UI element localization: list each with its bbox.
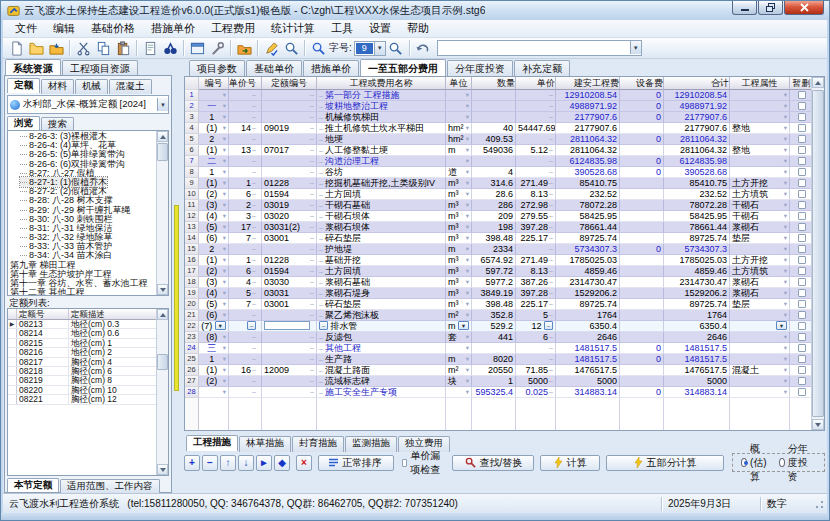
quota-library-select[interactable]: 水利部_水保-概算定额 [2024] ▼ [7, 95, 169, 114]
cell-total[interactable]: 58425.95 [664, 211, 730, 222]
chevron-down-icon[interactable]: ▼ [157, 98, 168, 111]
checkbox-icon[interactable] [798, 388, 806, 396]
cell-total[interactable]: 2811064.32 [664, 145, 730, 156]
cell-code[interactable] [199, 90, 229, 101]
cell-delete-flag[interactable] [790, 134, 811, 145]
cell-unit-price[interactable]: 225.17 [516, 233, 556, 244]
cell-price-no[interactable]: 6 [229, 189, 262, 200]
cell-code[interactable]: (2) [199, 266, 229, 277]
cell-name[interactable]: 浆砌石坝体 [317, 222, 446, 233]
delete-row-button[interactable]: − [202, 455, 218, 471]
cell-equipment-cost[interactable] [620, 365, 664, 376]
cell-quota-code[interactable]: 01228 [262, 255, 317, 266]
cell-code[interactable]: (1) [199, 255, 229, 266]
cell-quantity[interactable]: 352.8 [472, 310, 516, 321]
cell-delete-flag[interactable] [790, 123, 811, 134]
cell-name[interactable]: 护地堤 [317, 244, 446, 255]
cell-quota-code[interactable]: 03001 [262, 233, 317, 244]
column-header[interactable]: 合计 [664, 77, 730, 90]
cell-construction-cost[interactable]: 89725.74 [556, 233, 620, 244]
cell-attribute[interactable]: ▼ [730, 321, 790, 332]
cell-delete-flag[interactable] [790, 156, 811, 167]
cell-quantity[interactable] [472, 90, 516, 101]
cell-construction-cost[interactable]: 4859.46 [556, 266, 620, 277]
cell-price-no[interactable] [229, 343, 262, 354]
cell-name[interactable]: 挖掘机基础开挖,土类级别IV [317, 178, 446, 189]
cell-attribute[interactable]: 干砌石 [730, 200, 790, 211]
cell-delete-flag[interactable] [790, 112, 811, 123]
cell-code[interactable]: 2 [199, 244, 229, 255]
cell-quantity[interactable]: 597.72 [472, 266, 516, 277]
cell-delete-flag[interactable] [790, 233, 811, 244]
undo-arrow-icon[interactable] [413, 39, 433, 57]
cell-unit[interactable]: m ▼ [446, 321, 472, 332]
cell-quota-code[interactable]: 12009 [262, 365, 317, 376]
cell-total[interactable]: 390528.68 [664, 167, 730, 178]
table-row[interactable]: 2一坡耕地整治工程4988971.9204988971.92 [185, 101, 811, 112]
cell-quantity[interactable]: 1 [472, 376, 516, 387]
dropdown-icon[interactable]: ▼ [215, 321, 226, 330]
cell-attribute[interactable]: 浆砌石 [730, 288, 790, 299]
cell-construction-cost[interactable]: 78661.44 [556, 222, 620, 233]
dropdown-icon[interactable]: ▼ [458, 321, 469, 330]
cell-attribute[interactable] [730, 134, 790, 145]
cell-equipment-cost[interactable] [620, 255, 664, 266]
zoom-apply-icon[interactable] [386, 39, 406, 57]
cell-unit[interactable]: m [446, 244, 472, 255]
cell-price-no[interactable]: 4 [229, 277, 262, 288]
checkbox-icon[interactable] [798, 366, 806, 374]
checkbox-icon[interactable] [798, 212, 806, 220]
cell-price-no[interactable] [229, 101, 262, 112]
cell-price-no[interactable] [229, 156, 262, 167]
menu-item-file[interactable]: 文件 [7, 20, 45, 37]
cell-delete-flag[interactable] [790, 90, 811, 101]
cell-total[interactable]: 1764 [664, 310, 730, 321]
cell-delete-flag[interactable] [790, 288, 811, 299]
cell-code[interactable]: (3) [199, 277, 229, 288]
table-row[interactable]: 21(6)聚乙烯泡沫板m²352.8517641764 [185, 310, 811, 321]
tree-scrollbar[interactable] [156, 131, 168, 295]
cell-quantity[interactable]: 595325.4 [472, 387, 516, 398]
table-row[interactable]: 26(1)1612009混凝土路面m²2055071.851476517.514… [185, 365, 811, 376]
open-folder-icon[interactable] [26, 39, 46, 57]
cell-total[interactable]: 2646 [664, 332, 730, 343]
cell-price-no[interactable]: 6 [229, 266, 262, 277]
find-replace-button[interactable]: 查找/替换 [452, 455, 534, 471]
column-header[interactable]: 编号 [199, 77, 229, 90]
table-row[interactable]: 28施工安全生产专项595325.40.025314883.140314883.… [185, 387, 811, 398]
cell-price-no[interactable]: 1 [229, 255, 262, 266]
cell-unit-price[interactable]: 271.49 [516, 255, 556, 266]
cell-price-no[interactable]: 17 [229, 222, 262, 233]
cell-quota-code[interactable] [262, 343, 317, 354]
cell-unit-price[interactable] [516, 134, 556, 145]
table-row[interactable]: 12(4)303020干砌石坝体m³209279.5558425.9558425… [185, 211, 811, 222]
cell-unit-price[interactable]: 397.28 [516, 222, 556, 233]
cell-name[interactable]: 土方回填 [317, 266, 446, 277]
close-button[interactable] [784, 1, 824, 15]
menu-item-tools[interactable]: 工具 [323, 20, 361, 37]
checkbox-icon[interactable] [798, 234, 806, 242]
cell-attribute[interactable] [730, 310, 790, 321]
tab-browse[interactable]: 浏览 [7, 116, 40, 130]
list-scrollbar[interactable] [156, 309, 168, 475]
cell-name[interactable]: 反滤包 [317, 332, 446, 343]
cell-quota-code[interactable] [262, 112, 317, 123]
scroll-down-icon[interactable] [812, 419, 824, 430]
menu-item-edit[interactable]: 编辑 [45, 20, 83, 37]
cell-unit[interactable]: m³ [446, 288, 472, 299]
cell-quantity[interactable]: 20550 [472, 365, 516, 376]
cell-code[interactable]: (6) [199, 233, 229, 244]
cell-construction-cost[interactable]: 2811064.32 [556, 145, 620, 156]
cell-attribute[interactable]: 混凝土 [730, 365, 790, 376]
cell-quantity[interactable]: 409.53 [472, 134, 516, 145]
tab-annual-investment[interactable]: 分年度投资 [447, 60, 513, 77]
cell-delete-flag[interactable] [790, 101, 811, 112]
cell-unit[interactable]: hm² [446, 134, 472, 145]
table-row[interactable]: 6(1)1307017人工修整黏土埂m5490365.122811064.322… [185, 145, 811, 156]
checkbox-icon[interactable] [798, 179, 806, 187]
table-row[interactable]: 18(3)403030浆砌石基础m³5977.2387.262314730.47… [185, 277, 811, 288]
cell-quantity[interactable]: 40 [472, 123, 516, 134]
cell-delete-flag[interactable] [790, 145, 811, 156]
cell-delete-flag[interactable] [790, 310, 811, 321]
cell-unit[interactable]: 套 [446, 332, 472, 343]
